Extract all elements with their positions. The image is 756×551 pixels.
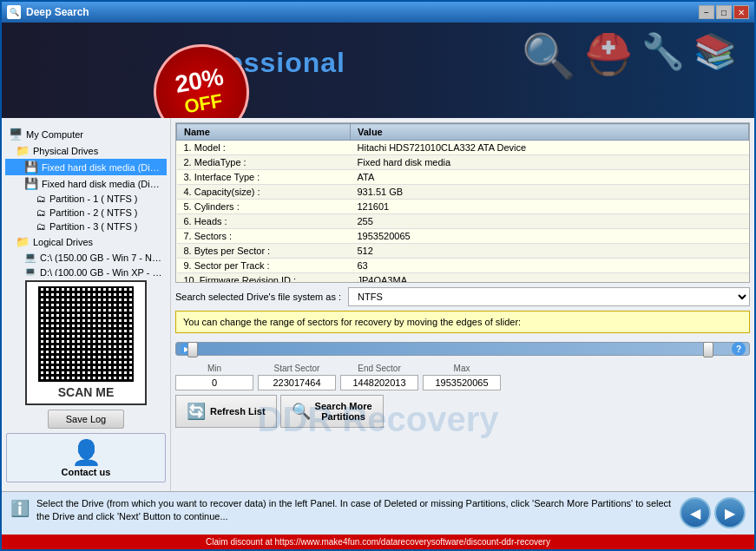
start-sector-input[interactable]: [258, 375, 336, 390]
titlebar-buttons: − □ ✕: [699, 5, 749, 19]
cell-name: 5. Cylinders :: [177, 200, 351, 214]
book-icon: 📚: [694, 31, 737, 82]
slider-handle-right[interactable]: [703, 342, 713, 357]
helmet-icon: ⛑️: [584, 31, 633, 82]
tree-node-d[interactable]: 💻 D:\ (100.00 GB - Win XP - NTFS): [5, 265, 167, 276]
back-arrow-button[interactable]: ◀: [680, 497, 711, 528]
scan-me-label: SCAN ME: [31, 385, 141, 399]
max-label: Max: [454, 364, 470, 373]
info-icon: ℹ️: [10, 499, 30, 518]
tree-section-logical[interactable]: 📁 Logical Drives: [5, 233, 167, 250]
sector-field-min: Min: [175, 364, 253, 390]
d-drive-label: D:\ (100.00 GB - Win XP - NTFS): [40, 267, 163, 277]
table-row: 7. Sectors :1953520065: [177, 229, 749, 244]
promo-text: Claim discount at https://www.make4fun.c…: [206, 537, 550, 547]
tree-node-disk1-label: Fixed hard disk media (Disk1 - 2..: [42, 179, 163, 189]
refresh-icon: 🔄: [187, 402, 206, 421]
magnifier-icon: 🔍: [522, 31, 575, 82]
partition1-label: Partition - 1 ( NTFS ): [49, 194, 137, 204]
min-label: Min: [207, 364, 221, 373]
refresh-list-button[interactable]: 🔄 Refresh List: [175, 395, 277, 428]
tree-node-disk0-label: Fixed hard disk media (Disk0 - 93: [42, 162, 163, 173]
tree-node-partition2[interactable]: 🗂 Partition - 2 ( NTFS ): [5, 206, 167, 220]
file-tree[interactable]: 🖥️ My Computer 📁 Physical Drives 💾 Fixed…: [2, 122, 170, 276]
wrench-icon: 🔧: [641, 31, 685, 82]
save-log-button[interactable]: Save Log: [48, 410, 124, 429]
header-banner: DRfessional & Mighty 20% OFF 🔍 ⛑️ 🔧 📚: [2, 23, 754, 118]
cell-name: 6. Heads :: [177, 214, 351, 229]
close-button[interactable]: ✕: [733, 5, 749, 19]
slider-info-button[interactable]: ?: [732, 342, 746, 356]
cell-value: 255: [351, 214, 749, 229]
table-row: 4. Capacity(size) :931.51 GB: [177, 185, 749, 200]
tree-root-mycomputer[interactable]: 🖥️ My Computer: [5, 126, 167, 142]
main-window: 🔍 Deep Search − □ ✕ DRfessional & Mighty…: [0, 0, 756, 551]
tree-section-physical[interactable]: 📁 Physical Drives: [5, 142, 167, 159]
cell-value: Hitachi HDS721010CLA332 ATA Device: [351, 141, 749, 155]
search-more-button[interactable]: 🔍 Search More Partitions: [280, 395, 384, 428]
cell-name: 2. MediaType :: [177, 155, 351, 170]
header-tools: 🔍 ⛑️ 🔧 📚: [522, 31, 737, 82]
tree-node-partition1[interactable]: 🗂 Partition - 1 ( NTFS ): [5, 192, 167, 206]
main-content: DDR Recovery 🖥️ My Computer 📁 Physical D…: [2, 118, 754, 491]
tree-node-disk1[interactable]: 💾 Fixed hard disk media (Disk1 - 2..: [5, 175, 167, 192]
table-row: 5. Cylinders :121601: [177, 200, 749, 214]
cell-name: 1. Model :: [177, 141, 351, 155]
partition2-label: Partition - 2 ( NTFS ): [49, 207, 137, 218]
cell-value: 121601: [351, 200, 749, 214]
cell-name: 8. Bytes per Sector :: [177, 244, 351, 259]
tree-node-disk0[interactable]: 💾 Fixed hard disk media (Disk0 - 93: [5, 159, 167, 175]
sector-range-info: You can change the range of sectors for …: [175, 311, 750, 333]
qr-code-image: [38, 286, 134, 382]
search-more-icon: 🔍: [292, 402, 311, 421]
contact-person-icon: 👤: [71, 438, 102, 467]
right-panel: Name Value 1. Model :Hitachi HDS721010CL…: [171, 118, 754, 491]
cell-value: JP4OA3MA: [351, 273, 749, 284]
status-text: Select the Drive (from which you want to…: [36, 497, 673, 524]
contact-us-box[interactable]: 👤 Contact us: [6, 433, 166, 482]
sector-range-text: You can change the range of sectors for …: [183, 317, 521, 327]
titlebar: 🔍 Deep Search − □ ✕: [2, 2, 754, 23]
table-row: 3. Interface Type :ATA: [177, 170, 749, 185]
max-input[interactable]: [423, 375, 501, 390]
end-sector-label: End Sector: [358, 364, 400, 373]
end-sector-input[interactable]: [340, 375, 418, 390]
start-sector-label: Start Sector: [274, 364, 320, 373]
cell-value: 512: [351, 244, 749, 259]
status-bar: ℹ️ Select the Drive (from which you want…: [2, 491, 754, 535]
titlebar-title: Deep Search: [26, 6, 699, 18]
cell-name: 9. Sector per Track :: [177, 259, 351, 273]
info-table-body: 1. Model :Hitachi HDS721010CLA332 ATA De…: [177, 141, 749, 284]
slider-track[interactable]: ▶: [175, 342, 750, 356]
left-panel: 🖥️ My Computer 📁 Physical Drives 💾 Fixed…: [2, 118, 171, 491]
column-header-name: Name: [177, 124, 351, 141]
sector-field-max: Max: [423, 364, 501, 390]
minimize-button[interactable]: −: [699, 5, 714, 19]
sector-field-end: End Sector: [340, 364, 418, 390]
tree-node-partition3[interactable]: 🗂 Partition - 3 ( NTFS ): [5, 220, 167, 233]
table-row: 9. Sector per Track :63: [177, 259, 749, 273]
cell-value: Fixed hard disk media: [351, 155, 749, 170]
min-input[interactable]: [175, 375, 253, 390]
table-row: 8. Bytes per Sector :512: [177, 244, 749, 259]
physical-drives-label: Physical Drives: [33, 146, 98, 156]
cell-value: 63: [351, 259, 749, 273]
table-row: 1. Model :Hitachi HDS721010CLA332 ATA De…: [177, 141, 749, 155]
cell-value: ATA: [351, 170, 749, 185]
maximize-button[interactable]: □: [716, 5, 732, 19]
tree-node-c[interactable]: 💻 C:\ (150.00 GB - Win 7 - NTFS): [5, 250, 167, 265]
filesystem-select[interactable]: NTFSFAT32FAT16exFAT: [348, 287, 750, 306]
cell-name: 10. Firmware Revision ID :: [177, 273, 351, 284]
logical-drives-label: Logical Drives: [33, 237, 93, 247]
slider-handle-left[interactable]: [187, 342, 198, 357]
info-table-wrapper[interactable]: Name Value 1. Model :Hitachi HDS721010CL…: [175, 122, 750, 283]
contact-us-label: Contact us: [62, 467, 111, 477]
navigation-arrows: ◀ ▶: [680, 497, 746, 528]
filesystem-row: Search selected Drive's file system as :…: [175, 287, 750, 306]
sector-field-start: Start Sector: [258, 364, 336, 390]
forward-arrow-button[interactable]: ▶: [714, 497, 746, 528]
cell-name: 7. Sectors :: [177, 229, 351, 244]
search-more-label: Search More Partitions: [315, 401, 372, 422]
left-panel-bottom: SCAN ME Save Log 👤 Contact us: [2, 276, 170, 487]
promo-bar: Claim discount at https://www.make4fun.c…: [2, 535, 754, 549]
